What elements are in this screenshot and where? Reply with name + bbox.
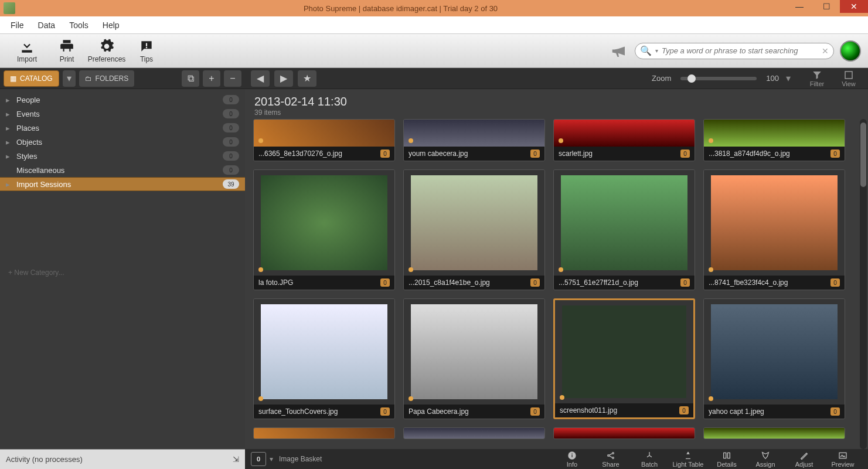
category-item-events[interactable]: ▸ Events 0 (0, 107, 245, 121)
thumbnail-count: 0 (380, 278, 390, 287)
thumbnail-count: 0 (530, 407, 540, 416)
status-orb[interactable] (840, 40, 861, 62)
thumbnail[interactable]: la foto.JPG 0 (253, 169, 395, 290)
thumbnail-grid-scroll[interactable]: ...6365_8e13d70276_o.jpg 0 youm cabecera… (245, 119, 868, 449)
thumbnail[interactable]: screenshot011.jpg 0 (553, 298, 695, 419)
nav-back-button[interactable]: ◀ (251, 70, 270, 87)
titlebar: Photo Supreme | database idimager.cat | … (0, 0, 868, 16)
status-dot-icon (559, 138, 563, 143)
zoom-label: Zoom (652, 74, 671, 83)
zoom-dropdown-icon[interactable]: ▾ (786, 73, 791, 84)
grid-date: 2013-02-14 11:30 (254, 95, 859, 108)
print-button[interactable]: Print (47, 39, 87, 63)
category-count: 0 (223, 109, 239, 118)
category-item-miscellaneous[interactable]: Miscellaneous 0 (0, 163, 245, 177)
menu-data[interactable]: Data (32, 18, 62, 32)
batch-button[interactable]: Batch (630, 451, 669, 468)
details-button[interactable]: Details (707, 451, 746, 468)
thumbnail[interactable] (403, 427, 545, 439)
link-button[interactable]: ⧉ (182, 70, 199, 87)
toolbar: Import Print Preferences Tips 🔍 ▾ ✕ (0, 34, 868, 68)
thumbnail[interactable]: youm cabecera.jpg 0 (403, 119, 545, 161)
adjust-icon (799, 451, 809, 460)
scrollbar-handle[interactable] (860, 123, 866, 187)
thumbnail[interactable]: Papa Cabecera.jpg 0 (403, 298, 545, 419)
thumbnail[interactable]: ...5751_61e27ff21d_o.jpg 0 (553, 169, 695, 290)
status-dot-icon (560, 395, 564, 400)
tab-folders[interactable]: 🗀 FOLDERS (79, 70, 135, 87)
remove-button[interactable]: − (224, 70, 241, 87)
share-button[interactable]: Share (591, 451, 630, 468)
category-label: Events (16, 110, 218, 118)
category-item-people[interactable]: ▸ People 0 (0, 93, 245, 107)
lighttable-button[interactable]: Light Table (669, 451, 707, 468)
menubar: File Data Tools Help (0, 16, 868, 34)
view-button[interactable]: View (835, 70, 862, 87)
thumbnail-bar: ...5751_61e27ff21d_o.jpg 0 (554, 276, 695, 290)
thumbnail[interactable]: ...2015_c8a1f4e1be_o.jpg 0 (403, 169, 545, 290)
preferences-label: Preferences (88, 55, 126, 63)
folder-icon: 🗀 (85, 74, 92, 83)
search-input[interactable] (662, 46, 818, 55)
thumbnail[interactable] (553, 427, 695, 439)
thumbnail[interactable] (253, 427, 395, 439)
tab-catalog[interactable]: ▦ CATALOG (4, 70, 59, 87)
search-box[interactable]: 🔍 ▾ ✕ (635, 43, 834, 59)
category-count: 0 (223, 151, 239, 161)
close-button[interactable]: ✕ (840, 0, 868, 13)
menu-help[interactable]: Help (97, 18, 125, 32)
category-item-import-sessions[interactable]: ▸ Import Sessions 39 (0, 177, 245, 191)
preview-button[interactable]: Preview (823, 451, 862, 468)
status-dot-icon (409, 267, 413, 272)
minimize-button[interactable]: — (786, 0, 813, 13)
info-button[interactable]: iInfo (553, 451, 591, 468)
import-button[interactable]: Import (7, 39, 47, 63)
category-item-places[interactable]: ▸ Places 0 (0, 121, 245, 135)
clear-search-icon[interactable]: ✕ (822, 46, 829, 56)
preferences-button[interactable]: Preferences (87, 39, 127, 63)
category-item-objects[interactable]: ▸ Objects 0 (0, 135, 245, 149)
expand-icon: ▸ (6, 124, 12, 132)
expand-icon: ▸ (6, 138, 12, 147)
thumbnail[interactable]: yahoo capt 1.jpeg 0 (703, 298, 845, 419)
thumbnail[interactable]: surface_TouchCovers.jpg 0 (253, 298, 395, 419)
thumbnail-bar: scarlett.jpg 0 (554, 147, 695, 161)
menu-tools[interactable]: Tools (63, 18, 94, 32)
megaphone-icon[interactable] (610, 42, 628, 60)
status-dot-icon (258, 267, 263, 272)
assign-button[interactable]: Assign (746, 451, 785, 468)
basket-count[interactable]: 0 (251, 452, 266, 466)
assign-label: Assign (755, 461, 775, 468)
nav-forward-button[interactable]: ▶ (274, 70, 293, 87)
batch-icon (645, 451, 654, 460)
thumbnail[interactable]: ...3818_a874df4d9c_o.jpg 0 (703, 119, 845, 161)
menu-file[interactable]: File (5, 18, 30, 32)
zoom-thumb[interactable] (687, 74, 696, 83)
filter-button[interactable]: Filter (804, 70, 830, 87)
tips-button[interactable]: Tips (127, 39, 166, 63)
thumbnail[interactable] (703, 427, 845, 439)
expand-icon: ▸ (6, 96, 12, 104)
zoom-slider[interactable] (680, 77, 757, 80)
thumbnail[interactable]: scarlett.jpg 0 (553, 119, 695, 161)
thumbnail-count: 0 (680, 149, 690, 158)
thumbnail-filename: ...2015_c8a1f4e1be_o.jpg (409, 278, 527, 287)
new-category[interactable]: + New Category... (0, 263, 245, 283)
thumbnail-count: 0 (380, 407, 390, 416)
basket-dropdown-icon[interactable]: ▾ (270, 455, 273, 463)
thumbnail-count: 0 (679, 406, 689, 414)
thumbnail-bar: Papa Cabecera.jpg 0 (404, 405, 544, 419)
favorite-button[interactable]: ★ (298, 70, 316, 87)
category-item-styles[interactable]: ▸ Styles 0 (0, 149, 245, 163)
expand-icon: ▸ (6, 110, 12, 118)
category-count: 0 (223, 95, 239, 104)
thumbnail[interactable]: ...6365_8e13d70276_o.jpg 0 (253, 119, 395, 161)
add-button[interactable]: + (203, 70, 220, 87)
vertical-scrollbar[interactable] (860, 119, 867, 449)
activity-toggle-icon[interactable]: ⇲ (233, 455, 239, 464)
thumbnail[interactable]: ...8741_fbe323f4c4_o.jpg 0 (703, 169, 845, 290)
tab-catalog-dropdown[interactable]: ▾ (63, 70, 76, 87)
search-dropdown-icon[interactable]: ▾ (655, 47, 658, 54)
adjust-button[interactable]: Adjust (785, 451, 823, 468)
maximize-button[interactable]: ☐ (813, 0, 840, 13)
